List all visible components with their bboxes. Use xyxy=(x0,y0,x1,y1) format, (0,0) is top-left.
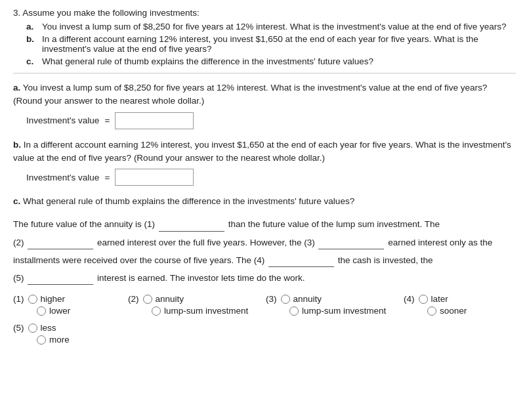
choice-4-prefix: (4) xyxy=(404,294,415,304)
radio-5-less[interactable] xyxy=(28,324,37,333)
section-b-input-row: Investment's value = xyxy=(26,169,516,186)
fill-line2-end: earned interest only as the xyxy=(388,238,492,247)
fill-line2-pre: (2) xyxy=(13,238,24,247)
fill-line-1: The future value of the annuity is (1) t… xyxy=(13,217,516,231)
choice-group-2: (2) annuity lump-sum investment xyxy=(128,294,266,318)
choice-2-lumpsum-label: lump-sum investment xyxy=(164,306,248,316)
choice-5-less: (5) less xyxy=(13,323,128,333)
section-b-eq: = xyxy=(104,173,110,182)
section-b-text: b. In a different account earning 12% in… xyxy=(13,138,516,165)
section-a-input-row: Investment's value = xyxy=(26,112,516,129)
sub-part-b-text: In a different account earning 12% inter… xyxy=(42,34,516,54)
radio-2-annuity[interactable] xyxy=(143,295,152,304)
fill-blank-2 xyxy=(28,236,93,249)
choice-2-lumpsum: lump-sum investment xyxy=(128,306,266,316)
choice-5-prefix: (5) xyxy=(13,323,24,333)
section-a-label: a. xyxy=(13,83,20,93)
choice-1-higher: (1) higher xyxy=(13,294,128,304)
fill-line1-pre: The future value of the annuity is (1) xyxy=(13,219,155,229)
choice-1-lower-label: lower xyxy=(49,306,70,316)
choice-4-later: (4) later xyxy=(404,294,518,304)
fill-line3: installments were received over the cour… xyxy=(13,255,264,265)
radio-4-later[interactable] xyxy=(419,295,428,304)
choice-5-more: more xyxy=(13,335,128,345)
sub-parts-list: a. You invest a lump sum of $8,250 for f… xyxy=(13,22,516,66)
radio-2-lumpsum[interactable] xyxy=(152,306,161,316)
section-c-label: c. xyxy=(13,196,20,206)
question-header: 3. Assume you make the following investm… xyxy=(13,8,516,18)
fill-blank-4 xyxy=(268,253,334,267)
fill-blank-1 xyxy=(159,217,224,231)
choice-1-higher-label: higher xyxy=(41,294,66,304)
choice-1-prefix: (1) xyxy=(13,294,24,304)
choice-3-lumpsum-label: lump-sum investment xyxy=(302,306,386,316)
choice-2-prefix: (2) xyxy=(128,294,139,304)
fill-line-2: (2) earned interest over the full five y… xyxy=(13,236,516,249)
choice-3-annuity: (3) annuity xyxy=(266,294,404,304)
choices-row-1: (1) higher lower (2) annuity lump-sum in… xyxy=(13,294,516,318)
section-divider xyxy=(13,73,516,74)
choice-1-lower: lower xyxy=(13,306,128,316)
choice-5-less-label: less xyxy=(41,323,56,333)
fill-line4-end: interest is earned. The investor lets ti… xyxy=(97,273,305,283)
choice-4-sooner: sooner xyxy=(404,306,518,316)
sub-part-a: a. You invest a lump sum of $8,250 for f… xyxy=(26,22,516,32)
section-a-block: a. You invest a lump sum of $8,250 for f… xyxy=(13,81,516,129)
fill-line2-post: earned interest over the full five years… xyxy=(97,238,315,247)
sub-part-c-label: c. xyxy=(26,56,39,66)
radio-1-higher[interactable] xyxy=(28,295,37,304)
radio-4-sooner[interactable] xyxy=(427,306,436,316)
radio-1-lower[interactable] xyxy=(37,306,46,316)
section-c-question: What general rule of thumb explains the … xyxy=(23,196,354,206)
radio-3-lumpsum[interactable] xyxy=(289,306,299,316)
section-a-round-note: (Round your answer to the nearest whole … xyxy=(13,96,204,106)
fill-line4-pre: (5) xyxy=(13,273,24,283)
choice-group-5: (5) less more xyxy=(13,323,128,346)
fill-blank-5 xyxy=(28,271,93,285)
section-b-field-label: Investment's value xyxy=(26,173,99,182)
section-b-block: b. In a different account earning 12% in… xyxy=(13,138,516,186)
sub-part-a-text: You invest a lump sum of $8,250 for five… xyxy=(42,22,506,32)
fill-in-block: The future value of the annuity is (1) t… xyxy=(13,217,516,285)
section-b-input[interactable] xyxy=(115,169,194,186)
fill-line-3: installments were received over the cour… xyxy=(13,253,516,267)
choices-row-2: (5) less more xyxy=(13,323,516,346)
section-b-question: In a different account earning 12% inter… xyxy=(13,140,511,163)
radio-5-more[interactable] xyxy=(37,335,46,345)
sub-part-b-label: b. xyxy=(26,34,39,44)
section-a-question: You invest a lump sum of $8,250 for five… xyxy=(13,83,487,106)
question-number: 3. xyxy=(13,8,20,18)
section-b-label: b. xyxy=(13,140,21,150)
sub-part-a-label: a. xyxy=(26,22,39,32)
section-c-text: c. What general rule of thumb explains t… xyxy=(13,195,516,208)
choice-3-prefix: (3) xyxy=(266,294,277,304)
sub-part-b: b. In a different account earning 12% in… xyxy=(26,34,516,54)
section-a-field-label: Investment's value xyxy=(26,116,99,125)
choice-3-lumpsum: lump-sum investment xyxy=(266,306,404,316)
fill-line3-end: the cash is invested, the xyxy=(338,255,433,265)
section-a-input[interactable] xyxy=(115,112,194,129)
sub-part-c: c. What general rule of thumb explains t… xyxy=(26,56,516,66)
choice-4-later-label: later xyxy=(431,294,448,304)
choice-3-annuity-label: annuity xyxy=(293,294,322,304)
choice-group-4: (4) later sooner xyxy=(404,294,518,318)
choice-group-1: (1) higher lower xyxy=(13,294,128,318)
section-a-text: a. You invest a lump sum of $8,250 for f… xyxy=(13,81,516,108)
choice-group-3: (3) annuity lump-sum investment xyxy=(266,294,404,318)
fill-blank-3 xyxy=(318,236,384,249)
choice-2-annuity: (2) annuity xyxy=(128,294,266,304)
choice-2-annuity-label: annuity xyxy=(156,294,184,304)
question-intro: Assume you make the following investment… xyxy=(22,8,199,18)
choice-5-more-label: more xyxy=(49,335,70,345)
choice-4-sooner-label: sooner xyxy=(440,306,467,316)
radio-3-annuity[interactable] xyxy=(281,295,290,304)
section-a-eq: = xyxy=(104,116,110,125)
fill-line1-post: than the future value of the lump sum in… xyxy=(228,219,440,229)
sub-part-c-text: What general rule of thumb explains the … xyxy=(42,56,373,66)
fill-line-4: (5) interest is earned. The investor let… xyxy=(13,271,516,285)
section-b-round-note: (Round your answer to the nearest whole … xyxy=(134,153,325,163)
section-c-block: c. What general rule of thumb explains t… xyxy=(13,195,516,208)
